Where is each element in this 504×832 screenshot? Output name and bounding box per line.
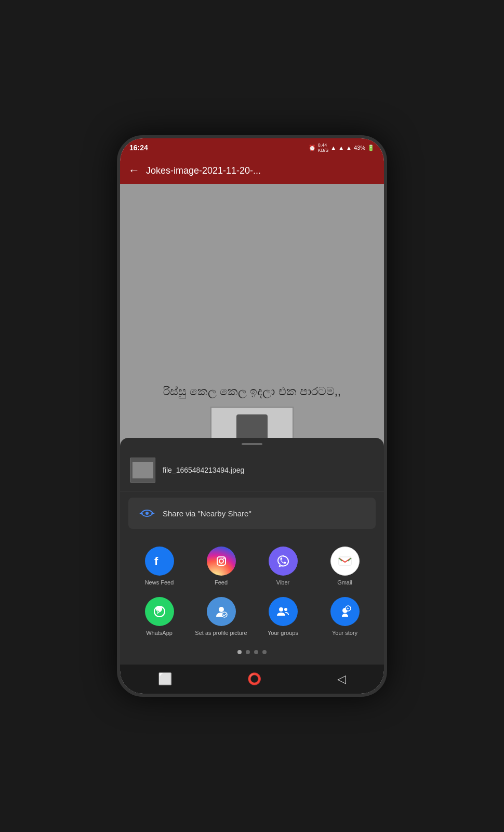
dot-2 bbox=[246, 650, 250, 654]
svg-point-7 bbox=[219, 607, 224, 612]
svg-text:f: f bbox=[154, 555, 158, 568]
status-bar: 16:24 ⏰ 0.44KB/S ▲ ▲ ▲ 43% 🔋 bbox=[120, 138, 384, 157]
signal-icon-2: ▲ bbox=[346, 145, 352, 151]
svg-point-4 bbox=[223, 558, 224, 560]
nav-recents-button[interactable]: ⬜ bbox=[145, 668, 184, 690]
nearby-share-label: Share via "Nearby Share" bbox=[163, 509, 251, 518]
top-bar: ← Jokes-image-2021-11-20-... bbox=[120, 157, 384, 184]
file-name: file_1665484213494.jpeg bbox=[163, 466, 244, 474]
alarm-icon: ⏰ bbox=[309, 145, 316, 151]
gmail-icon bbox=[330, 547, 360, 576]
svg-point-10 bbox=[284, 608, 287, 611]
instagram-label: Feed bbox=[215, 579, 228, 586]
your-story-label: Your story bbox=[332, 629, 357, 636]
app-item-whatsapp[interactable]: WhatsApp bbox=[128, 592, 190, 642]
app-grid: f News Feed Feed bbox=[120, 535, 384, 646]
file-row: file_1665484213494.jpeg bbox=[120, 453, 384, 491]
dots-indicator bbox=[120, 646, 384, 656]
nav-bar: ⬜ ⭕ ◁ bbox=[120, 665, 384, 694]
app-item-your-groups[interactable]: Your groups bbox=[252, 592, 314, 642]
set-profile-icon bbox=[207, 597, 236, 626]
nav-home-button[interactable]: ⭕ bbox=[235, 668, 274, 690]
viber-icon bbox=[269, 547, 298, 576]
file-thumb-inner bbox=[132, 462, 153, 478]
battery-text: 43% bbox=[354, 145, 365, 151]
speed-indicator: 0.44KB/S bbox=[318, 142, 329, 153]
whatsapp-label: WhatsApp bbox=[146, 629, 173, 636]
file-thumb bbox=[130, 458, 155, 483]
set-profile-label: Set as profile picture bbox=[195, 629, 247, 636]
facebook-story-icon: + bbox=[330, 597, 360, 626]
news-feed-label: News Feed bbox=[145, 579, 174, 586]
nav-back-button[interactable]: ◁ bbox=[325, 668, 359, 690]
share-sheet: file_1665484213494.jpeg Share via "Nearb… bbox=[120, 438, 384, 665]
wifi-icon: ▲ bbox=[330, 145, 336, 151]
dot-4 bbox=[262, 650, 267, 654]
app-item-your-story[interactable]: + Your story bbox=[314, 592, 376, 642]
signal-icon-1: ▲ bbox=[338, 145, 344, 151]
svg-point-9 bbox=[279, 607, 283, 612]
instagram-icon bbox=[207, 547, 236, 576]
page-title: Jokes-image-2021-11-20-... bbox=[146, 165, 376, 176]
sinhala-text: රිස්සු කෙල කෙල ඉදලා එක පාරටම,, bbox=[153, 385, 351, 398]
your-groups-label: Your groups bbox=[268, 629, 298, 636]
viber-label: Viber bbox=[276, 579, 289, 586]
content-area: රිස්සු කෙල කෙල ඉදලා එක පාරටම,, file_1665… bbox=[120, 184, 384, 665]
status-icons: ⏰ 0.44KB/S ▲ ▲ ▲ 43% 🔋 bbox=[309, 142, 375, 153]
svg-text:+: + bbox=[347, 606, 349, 611]
phone-frame: 16:24 ⏰ 0.44KB/S ▲ ▲ ▲ 43% 🔋 ← Jokes-ima… bbox=[117, 135, 387, 697]
app-item-set-profile[interactable]: Set as profile picture bbox=[190, 592, 252, 642]
app-item-instagram[interactable]: Feed bbox=[190, 541, 252, 591]
facebook-groups-icon bbox=[269, 597, 298, 626]
whatsapp-icon bbox=[145, 597, 174, 626]
svg-point-0 bbox=[145, 512, 149, 515]
gmail-label: Gmail bbox=[337, 579, 352, 586]
power-button bbox=[386, 242, 387, 274]
app-item-viber[interactable]: Viber bbox=[252, 541, 314, 591]
dot-3 bbox=[254, 650, 258, 654]
svg-rect-5 bbox=[339, 557, 351, 565]
nearby-share-row[interactable]: Share via "Nearby Share" bbox=[128, 498, 376, 529]
app-item-gmail[interactable]: Gmail bbox=[314, 541, 376, 591]
back-button[interactable]: ← bbox=[128, 164, 140, 177]
svg-point-3 bbox=[219, 559, 223, 563]
battery-icon: 🔋 bbox=[367, 145, 375, 151]
dot-1 bbox=[237, 650, 242, 654]
facebook-news-feed-icon: f bbox=[145, 547, 174, 576]
app-item-news-feed[interactable]: f News Feed bbox=[128, 541, 190, 591]
phone-inner: 16:24 ⏰ 0.44KB/S ▲ ▲ ▲ 43% 🔋 ← Jokes-ima… bbox=[120, 138, 384, 694]
sheet-handle bbox=[242, 443, 262, 445]
status-time: 16:24 bbox=[129, 144, 148, 152]
nearby-share-icon bbox=[139, 505, 155, 522]
